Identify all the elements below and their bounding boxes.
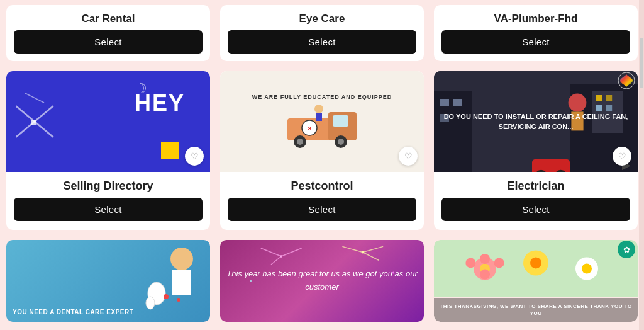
svg-rect-14 (316, 113, 322, 121)
svg-point-54 (465, 258, 475, 268)
svg-point-31 (170, 248, 193, 270)
card-selling-directory: HEY ☽ ♡ Selling Directory Select (6, 71, 210, 230)
card-va-plumber-footer: Select (434, 30, 638, 61)
svg-point-57 (480, 270, 490, 280)
yellow-square (161, 142, 179, 159)
svg-rect-24 (596, 95, 602, 101)
gemini-icon[interactable] (618, 72, 635, 89)
openai-icon[interactable]: ✿ (618, 241, 635, 258)
svg-point-51 (530, 257, 541, 268)
card-dental-image: YOU NEED A DENTAL CARE EXPERT (6, 240, 210, 322)
card-thanksgiving: THIS THANKSGIVING, WE WANT TO SHARE A SI… (434, 240, 638, 322)
card-electrician: DO YOU NEED TO INSTALL OR REPAIR A CEILI… (434, 71, 638, 230)
card-new-year: This year has been great for us as we go… (220, 240, 424, 322)
svg-point-36 (177, 298, 180, 302)
svg-point-10 (338, 139, 344, 145)
scrollbar[interactable] (639, 0, 644, 330)
card-eye-care-footer: Select (220, 30, 424, 61)
svg-line-41 (271, 256, 281, 265)
card-pestcontrol-title: Pestcontrol (220, 172, 424, 198)
dental-illustration-icon (141, 240, 204, 322)
scrollbar-thumb[interactable] (640, 38, 643, 88)
svg-point-34 (146, 297, 155, 309)
card-pestcontrol: WE ARE FULLY EDUCATED AND EQUIPPED ✕ (220, 71, 424, 230)
thanksgiving-text: THIS THANKSGIVING, WE WANT TO SHARE A SI… (434, 298, 638, 322)
flowers-icon (434, 240, 638, 297)
svg-rect-28 (532, 159, 570, 172)
card-car-rental-footer: Select (6, 30, 210, 61)
new-year-text: This year has been great for us as we go… (226, 268, 418, 294)
svg-point-8 (297, 139, 303, 145)
cross-lines-icon (16, 87, 66, 144)
svg-text:✕: ✕ (308, 126, 312, 132)
card-electrician-title: Electrician (434, 172, 638, 198)
card-eye-care-title: Eye Care (220, 10, 424, 30)
middle-row: HEY ☽ ♡ Selling Directory Select WE ARE … (0, 71, 644, 230)
dental-text: YOU NEED A DENTAL CARE EXPERT (13, 309, 133, 316)
pestcontrol-select-button[interactable]: Select (228, 198, 416, 221)
svg-rect-25 (606, 95, 613, 101)
electrician-heart-button[interactable]: ♡ (613, 147, 631, 166)
svg-line-3 (25, 93, 44, 103)
electrician-select-button[interactable]: Select (441, 198, 630, 221)
card-new-year-image: This year has been great for us as we go… (220, 240, 424, 322)
crescent-icon: ☽ (135, 81, 147, 97)
card-electrician-image: DO YOU NEED TO INSTALL OR REPAIR A CEILI… (434, 71, 638, 172)
bottom-row: YOU NEED A DENTAL CARE EXPERT This year … (0, 240, 644, 322)
card-selling-directory-image: HEY ☽ ♡ (6, 71, 210, 172)
card-pestcontrol-image: WE ARE FULLY EDUCATED AND EQUIPPED ✕ (220, 71, 424, 172)
card-thanksgiving-image: THIS THANKSGIVING, WE WANT TO SHARE A SI… (434, 240, 638, 322)
card-electrician-footer: Select (434, 198, 638, 230)
svg-point-53 (582, 264, 592, 274)
top-row: Car Rental Select Eye Care Select VA-Plu… (0, 0, 644, 61)
svg-line-44 (363, 253, 379, 261)
svg-point-13 (314, 105, 323, 113)
pest-truck-icon: ✕ (281, 103, 363, 150)
svg-line-40 (281, 248, 301, 256)
selling-directory-select-button[interactable]: Select (14, 198, 203, 221)
va-plumber-select-button[interactable]: Select (441, 30, 630, 54)
selling-directory-heart-button[interactable]: ♡ (185, 147, 204, 166)
svg-line-43 (363, 246, 383, 252)
card-va-plumber: VA-Plumber-Fhd Select (434, 5, 638, 61)
card-pestcontrol-footer: Select (220, 198, 424, 230)
card-selling-directory-footer: Select (6, 198, 210, 230)
svg-point-56 (480, 254, 490, 264)
eye-care-select-button[interactable]: Select (228, 30, 416, 54)
svg-point-35 (164, 294, 169, 299)
card-dental: YOU NEED A DENTAL CARE EXPERT (6, 240, 210, 322)
svg-line-42 (342, 246, 362, 252)
svg-point-55 (494, 258, 504, 268)
svg-rect-2 (31, 120, 36, 125)
pestcontrol-subtitle: WE ARE FULLY EDUCATED AND EQUIPPED (252, 94, 392, 100)
pestcontrol-heart-button[interactable]: ♡ (399, 147, 418, 166)
svg-line-39 (261, 248, 281, 256)
card-car-rental-title: Car Rental (6, 10, 210, 30)
svg-rect-32 (172, 270, 191, 295)
svg-rect-6 (333, 115, 348, 127)
card-car-rental: Car Rental Select (6, 5, 210, 61)
card-va-plumber-title: VA-Plumber-Fhd (434, 10, 638, 30)
svg-text:✿: ✿ (623, 245, 630, 254)
card-eye-care: Eye Care Select (220, 5, 424, 61)
card-selling-directory-title: Selling Directory (6, 172, 210, 198)
electrician-overlay-text: DO YOU NEED TO INSTALL OR REPAIR A CEILI… (434, 105, 638, 139)
car-rental-select-button[interactable]: Select (14, 30, 203, 54)
